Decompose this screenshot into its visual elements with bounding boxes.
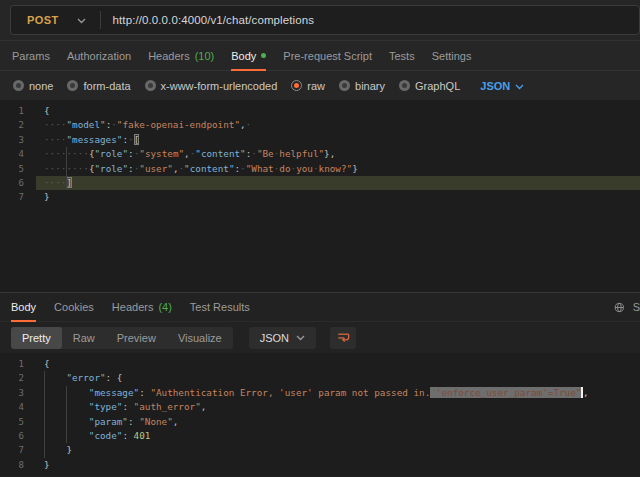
view-switcher: PrettyRawPreviewVisualize: [11, 327, 233, 349]
code-line: 6 "code": 401: [0, 429, 640, 443]
tab-label: Test Results: [190, 301, 250, 313]
globe-icon: [614, 301, 625, 314]
tab-label: Body: [231, 50, 256, 62]
code-line: 8}: [0, 458, 640, 472]
line-number: 1: [0, 104, 36, 118]
response-toolbar: PrettyRawPreviewVisualize JSON: [0, 322, 640, 353]
body-mode-x-www-form-urlencoded[interactable]: x-www-form-urlencoded: [145, 80, 278, 92]
code-line: 2 "error": {: [0, 371, 640, 385]
response-tab-body[interactable]: Body: [11, 293, 36, 321]
indent-guide: [66, 386, 67, 400]
indent-guide: [66, 400, 67, 414]
response-body-editor[interactable]: 1{2 "error": {3 "message": "Authenticati…: [0, 353, 640, 476]
response-format-label: JSON: [260, 332, 289, 344]
request-body-editor[interactable]: 1{2····"model":·"fake-openai-endpoint",·…: [0, 100, 640, 292]
method-selector[interactable]: POST: [11, 14, 86, 26]
tab-label: Params: [12, 50, 50, 62]
indent-guide: [44, 415, 45, 429]
tab-tests[interactable]: Tests: [389, 41, 415, 70]
chevron-down-icon: [77, 18, 86, 24]
line-number: 5: [0, 162, 36, 176]
body-mode-form-data[interactable]: form-data: [67, 80, 130, 92]
line-number: 6: [0, 176, 36, 190]
line-number: 7: [0, 443, 36, 457]
tab-pre-request-script[interactable]: Pre-request Script: [283, 41, 372, 70]
tab-count-badge: (4): [158, 301, 171, 313]
indent-guide: [44, 443, 45, 457]
indent-guide: [66, 429, 67, 443]
body-mode-raw[interactable]: raw: [291, 80, 325, 92]
radio-selected-icon: [291, 80, 302, 91]
tab-label: Headers: [148, 50, 190, 62]
postman-window: { "request_bar": { "method": "POST", "ur…: [0, 0, 640, 477]
line-number: 5: [0, 415, 36, 429]
tab-label: Cookies: [54, 301, 94, 313]
tab-label: Pre-request Script: [283, 50, 372, 62]
mode-label: x-www-form-urlencoded: [161, 80, 278, 92]
response-section: BodyCookiesHeaders(4)Test ResultsS Prett…: [0, 292, 640, 476]
wrap-text-icon: [336, 330, 351, 345]
indent-guide: [66, 176, 67, 190]
view-raw[interactable]: Raw: [62, 327, 106, 349]
radio-icon: [67, 80, 78, 91]
response-tab-cookies[interactable]: Cookies: [54, 293, 94, 321]
view-pretty[interactable]: Pretty: [11, 327, 62, 349]
radio-icon: [13, 80, 24, 91]
response-tab-test-results[interactable]: Test Results: [190, 293, 250, 321]
radio-icon: [145, 80, 156, 91]
line-number: 4: [0, 400, 36, 414]
wrap-text-button[interactable]: [330, 327, 356, 349]
url-input[interactable]: http://0.0.0.0:4000/v1/chat/completions: [113, 14, 314, 26]
method-label: POST: [11, 14, 59, 26]
mode-label: binary: [355, 80, 385, 92]
indent-guide: [44, 371, 45, 385]
request-url-bar: POST http://0.0.0.0:4000/v1/chat/complet…: [0, 0, 640, 41]
line-number: 1: [0, 357, 36, 371]
request-tabs: ParamsAuthorizationHeaders(10)BodyPre-re…: [0, 41, 640, 71]
response-tab-headers[interactable]: Headers(4): [112, 293, 172, 321]
chevron-down-icon: [515, 84, 524, 90]
line-number: 3: [0, 133, 36, 147]
body-mode-binary[interactable]: binary: [339, 80, 385, 92]
code-line: 1{: [0, 357, 640, 371]
line-number: 7: [0, 190, 36, 204]
radio-icon: [339, 80, 350, 91]
request-format-label: JSON: [480, 80, 510, 92]
radio-icon: [399, 80, 410, 91]
tab-params[interactable]: Params: [12, 41, 50, 70]
status-text-clipped: S: [633, 301, 640, 313]
code-line: 4········{"role":·"system",·"content":·"…: [0, 147, 640, 161]
mode-label: raw: [307, 80, 325, 92]
tab-body[interactable]: Body: [231, 41, 266, 70]
tab-authorization[interactable]: Authorization: [67, 41, 131, 70]
indent-guide: [66, 415, 67, 429]
view-preview[interactable]: Preview: [106, 327, 167, 349]
line-number: 4: [0, 147, 36, 161]
tab-count-badge: (10): [195, 50, 215, 62]
tab-headers[interactable]: Headers(10): [148, 41, 214, 70]
indent-guide: [66, 162, 67, 176]
tab-settings[interactable]: Settings: [432, 41, 472, 70]
chevron-down-icon: [296, 335, 305, 341]
code-line: 4 "type": "auth_error",: [0, 400, 640, 414]
line-number: 2: [0, 118, 36, 132]
view-visualize[interactable]: Visualize: [167, 327, 233, 349]
response-format-dropdown[interactable]: JSON: [249, 327, 316, 349]
code-line: 7 }: [0, 443, 640, 457]
indent-guide: [44, 429, 45, 443]
line-number: 3: [0, 386, 36, 400]
body-mode-graphql[interactable]: GraphQL: [399, 80, 460, 92]
code-line: 7}: [0, 190, 640, 204]
code-line: 5 "param": "None",: [0, 415, 640, 429]
code-line: 6····]: [0, 176, 640, 190]
response-tabs: BodyCookiesHeaders(4)Test ResultsS: [0, 293, 640, 322]
response-meta-clipped: S: [614, 293, 640, 321]
request-format-dropdown[interactable]: JSON: [480, 80, 524, 92]
mode-label: GraphQL: [415, 80, 460, 92]
body-mode-row: noneform-datax-www-form-urlencodedrawbin…: [0, 71, 640, 100]
code-line: 3 "message": "Authentication Error, 'use…: [0, 386, 640, 400]
code-line: 5········{"role":·"user",·"content":·"Wh…: [0, 162, 640, 176]
body-mode-none[interactable]: none: [13, 80, 53, 92]
code-line: 1{: [0, 104, 640, 118]
line-number: 8: [0, 458, 36, 472]
